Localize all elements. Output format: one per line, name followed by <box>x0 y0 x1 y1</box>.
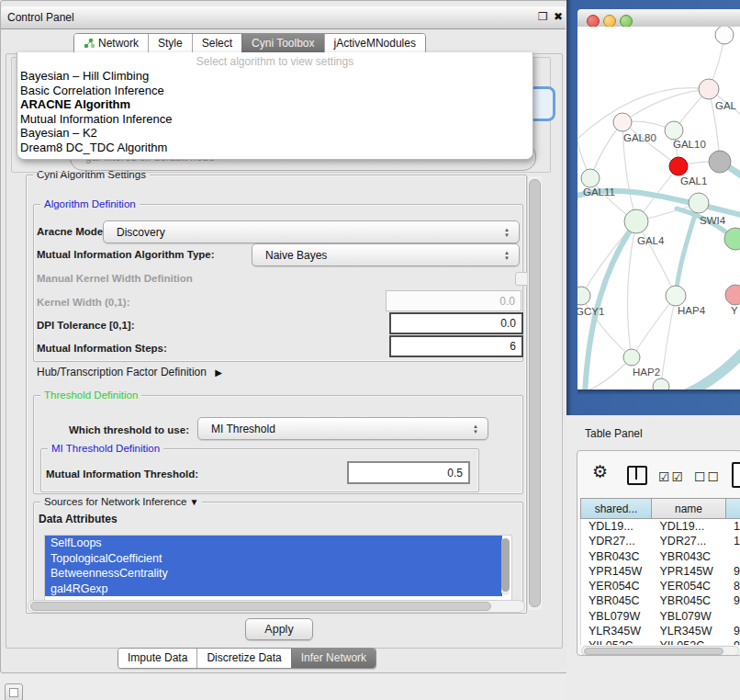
mi-threshold-field[interactable]: 0.5 <box>347 461 470 484</box>
network-node[interactable] <box>725 285 740 305</box>
network-edge[interactable] <box>577 88 709 139</box>
aracne-mode-combo[interactable]: Discovery ▲▼ <box>103 220 520 243</box>
table-row[interactable]: YPR145WYPR145W9. <box>581 564 740 579</box>
mi-steps-field[interactable]: 6 <box>389 335 523 357</box>
list-vertical-scrollbar[interactable] <box>501 538 510 595</box>
mi-threshold-label: Mutual Information Threshold: <box>46 469 198 480</box>
gear-icon[interactable]: ⚙ <box>592 461 608 482</box>
network-node[interactable] <box>669 157 688 175</box>
table-column-header[interactable]: name <box>652 498 726 519</box>
table-row[interactable]: YDR27...YDR27...12 <box>581 534 740 548</box>
table-cell <box>726 549 740 564</box>
scrollbar-thumb[interactable] <box>501 538 510 592</box>
close-traffic-light[interactable] <box>587 15 600 28</box>
float-window-icon[interactable]: ❒ <box>538 10 550 22</box>
network-node[interactable] <box>577 287 590 305</box>
tab-discretize-data[interactable]: Discretize Data <box>196 649 290 668</box>
table-column-header[interactable] <box>726 498 740 519</box>
mi-type-label: Mutual Information Algorithm Type: <box>37 249 215 260</box>
minimize-traffic-light[interactable] <box>603 15 616 28</box>
network-node[interactable] <box>666 286 686 306</box>
collapsed-panel-button[interactable] <box>5 683 23 700</box>
network-edge[interactable] <box>632 296 676 357</box>
network-node[interactable] <box>709 151 731 173</box>
tab-select[interactable]: Select <box>192 34 241 53</box>
network-node[interactable] <box>623 349 640 366</box>
control-panel-title: Control Panel <box>7 11 74 24</box>
network-edge-thick[interactable] <box>686 350 740 390</box>
screen: Control Panel ❒ ✖ NetworkStyleSelectCyni… <box>0 0 740 700</box>
hub-definition-toggle[interactable]: Hub/Transcription Factor Definition ▶ <box>37 366 222 378</box>
network-node[interactable] <box>689 193 709 213</box>
scrollbar-thumb[interactable] <box>584 648 723 655</box>
network-node[interactable] <box>653 378 669 390</box>
table-row[interactable]: YLR345WYLR345W9. <box>581 624 740 638</box>
mi-type-combo[interactable]: Naive Bayes ▲▼ <box>252 243 520 266</box>
algorithm-dropdown-item[interactable]: Bayesian – Hill Climbing <box>17 69 533 84</box>
node-table: shared...name YDL19...YDL19...13YDR27...… <box>580 498 740 645</box>
sources-title: Sources for Network Inference <box>44 496 186 507</box>
network-node[interactable] <box>715 27 734 44</box>
settings-horizontal-scrollbar[interactable] <box>28 600 525 613</box>
network-edge[interactable] <box>636 221 676 296</box>
network-node[interactable] <box>699 79 719 99</box>
table-cell: 9. <box>726 593 740 608</box>
tab-jactivemnodules[interactable]: jActiveMNodules <box>324 34 425 53</box>
document-icon[interactable] <box>732 462 740 488</box>
network-node-label: GAL1 <box>680 175 707 186</box>
tab-infer-network[interactable]: Infer Network <box>291 649 376 668</box>
table-row[interactable]: YDL19...YDL19...13 <box>581 519 740 534</box>
algorithm-dropdown-item[interactable]: Basic Correlation Inference <box>17 84 533 98</box>
tab-network[interactable]: Network <box>74 34 148 53</box>
data-attribute-item[interactable]: TopologicalCoefficient <box>45 551 502 567</box>
columns-icon[interactable] <box>627 466 647 485</box>
network-node[interactable] <box>581 169 600 187</box>
data-attribute-item[interactable]: gal4RGexp <box>45 581 502 597</box>
table-row[interactable]: YBR045CYBR045C9. <box>581 593 740 608</box>
data-attributes-list[interactable]: SelfLoopsTopologicalCoefficientBetweenne… <box>44 535 512 601</box>
data-attributes-label: Data Attributes <box>39 513 118 525</box>
table-row[interactable]: YBR043CYBR043C <box>581 549 740 564</box>
scrollbar-thumb[interactable] <box>30 602 491 611</box>
table-row[interactable]: YIL052CYIL052C9 <box>581 638 740 645</box>
tab-style[interactable]: Style <box>148 34 192 53</box>
kernel-width-value: 0.0 <box>499 295 515 308</box>
kernel-width-field[interactable]: 0.0 <box>386 290 521 311</box>
table-cell: YBR043C <box>581 549 653 564</box>
algorithm-dropdown-item[interactable]: ARACNE Algorithm <box>17 97 533 112</box>
apply-button[interactable]: Apply <box>245 618 313 640</box>
network-view-canvas[interactable]: GALGAL80GAL10GAL1GAL11SWI4GAL4GCY1HAP4YH… <box>577 27 740 390</box>
sources-toggle[interactable]: Sources for Network Inference ▼ <box>40 496 202 508</box>
tab-impute-data[interactable]: Impute Data <box>118 649 196 668</box>
scrollbar-thumb[interactable] <box>529 179 541 607</box>
network-edge[interactable] <box>590 122 622 178</box>
tab-label: Infer Network <box>301 651 366 664</box>
data-attribute-item[interactable]: SelfLoops <box>45 536 502 551</box>
network-edge[interactable] <box>661 296 676 387</box>
table-column-header[interactable]: shared... <box>580 498 652 519</box>
tab-label: Style <box>158 37 183 50</box>
which-threshold-combo[interactable]: MI Threshold ▲▼ <box>197 417 488 440</box>
network-edge[interactable] <box>622 89 709 122</box>
combo-arrows-icon: ▲▼ <box>467 423 484 435</box>
network-edge[interactable] <box>628 221 636 357</box>
dpi-tolerance-field[interactable]: 0.0 <box>389 312 523 334</box>
select-all-checkboxes-icon[interactable]: ☑☑ <box>658 469 685 484</box>
control-panel-tab-bar: NetworkStyleSelectCyni ToolboxjActiveMNo… <box>73 33 426 54</box>
close-icon[interactable]: ✖ <box>554 10 566 22</box>
deselect-all-checkboxes-icon[interactable]: ☐☐ <box>694 469 721 484</box>
data-attribute-item[interactable]: BetweennessCentrality <box>45 566 502 581</box>
chevron-right-icon: ▶ <box>215 367 222 378</box>
network-node[interactable] <box>613 113 632 131</box>
table-horizontal-scrollbar[interactable] <box>581 646 739 656</box>
hub-definition-label: Hub/Transcription Factor Definition <box>37 366 207 378</box>
algorithm-dropdown-item[interactable]: Mutual Information Inference <box>17 112 533 127</box>
algorithm-dropdown-item[interactable]: Dream8 DC_TDC Algorithm <box>17 141 533 155</box>
tab-cyni-toolbox[interactable]: Cyni Toolbox <box>241 34 323 53</box>
zoom-traffic-light[interactable] <box>620 15 633 28</box>
table-row[interactable]: YER054CYER054C8. <box>581 579 740 593</box>
network-node[interactable] <box>624 209 648 233</box>
algorithm-dropdown-item[interactable]: Bayesian – K2 <box>17 126 533 141</box>
network-node[interactable] <box>665 121 683 140</box>
table-row[interactable]: YBL079WYBL079W <box>581 609 740 624</box>
